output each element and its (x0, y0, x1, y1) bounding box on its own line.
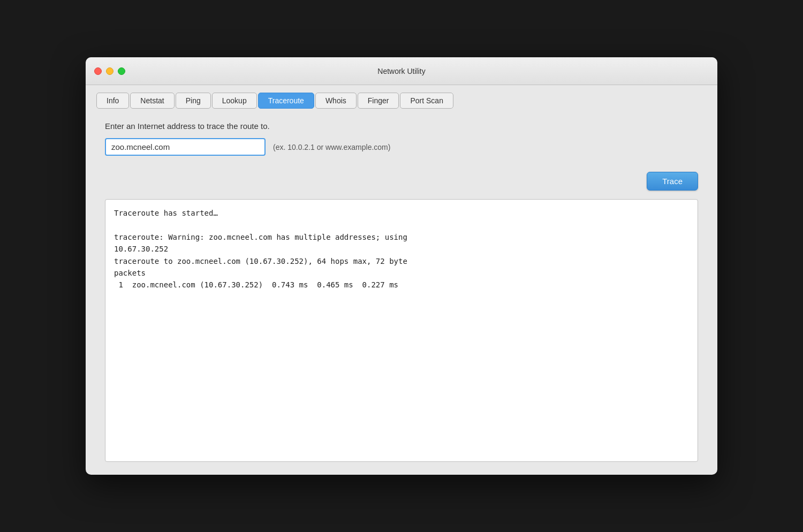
tab-bar: Info Netstat Ping Lookup Traceroute Whoi… (86, 85, 717, 109)
app-window: Network Utility Info Netstat Ping Lookup… (86, 57, 717, 475)
input-hint: (ex. 10.0.2.1 or www.example.com) (273, 143, 390, 151)
close-button[interactable] (94, 67, 102, 75)
description-text: Enter an Internet address to trace the r… (105, 121, 698, 131)
tab-whois[interactable]: Whois (315, 93, 357, 109)
output-box: Traceroute has started… traceroute: Warn… (105, 199, 698, 462)
tab-info[interactable]: Info (96, 93, 129, 109)
output-text: Traceroute has started… traceroute: Warn… (114, 207, 689, 291)
window-controls (94, 67, 125, 75)
address-input[interactable] (105, 138, 266, 156)
window-title: Network Utility (377, 67, 425, 75)
trace-button[interactable]: Trace (647, 172, 698, 191)
titlebar: Network Utility (86, 57, 717, 85)
trace-button-row: Trace (105, 172, 698, 191)
tab-netstat[interactable]: Netstat (130, 93, 174, 109)
minimize-button[interactable] (106, 67, 113, 75)
input-row: (ex. 10.0.2.1 or www.example.com) (105, 138, 698, 156)
tab-portscan[interactable]: Port Scan (400, 93, 453, 109)
tab-ping[interactable]: Ping (176, 93, 211, 109)
tab-lookup[interactable]: Lookup (212, 93, 257, 109)
tab-finger[interactable]: Finger (358, 93, 399, 109)
maximize-button[interactable] (118, 67, 125, 75)
tab-traceroute[interactable]: Traceroute (258, 93, 314, 109)
main-content: Enter an Internet address to trace the r… (86, 109, 717, 475)
